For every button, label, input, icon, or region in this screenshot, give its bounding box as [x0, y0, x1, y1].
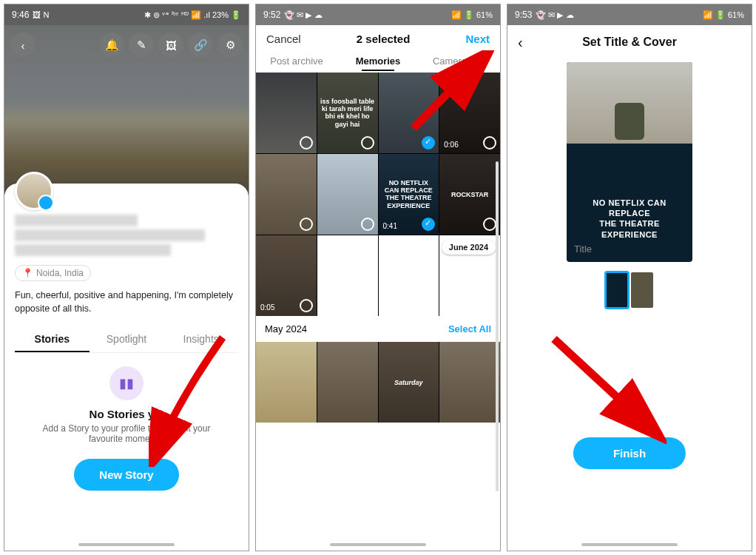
media-cell[interactable]: 0:05 [256, 235, 317, 316]
media-button[interactable]: 🖼 [158, 33, 183, 58]
selected-check-icon [422, 218, 435, 231]
tab-post-archive[interactable]: Post archive [256, 56, 337, 67]
status-time: 9:46 [12, 10, 29, 20]
cover-image-figure [615, 103, 644, 140]
status-left-icons: 🖼 N [33, 10, 49, 19]
pencil-icon: ✎ [137, 38, 146, 52]
status-bar: 9:52 👻 ✉ ▶ ☁ 📶 🔋 61% [256, 4, 500, 25]
home-indicator [78, 543, 175, 546]
tab-camera-roll[interactable]: Camera Roll [419, 56, 500, 67]
bio-text: Fun, cheerful, positive and happening, I… [15, 289, 238, 315]
media-cell-empty [379, 235, 439, 316]
phone-profile-screen: 9:46 🖼 N ✱ ⊚ ᵛᵒ ˡᵗᵉ ᴴᴰ 📶 .ıl 23% 🔋 ‹ 🔔 ✎… [4, 4, 249, 551]
tab-stories[interactable]: Stories [15, 327, 90, 352]
new-story-button[interactable]: New Story [74, 459, 178, 491]
notifications-button[interactable]: 🔔 [99, 33, 124, 58]
profile-tabs: Stories Spotlight Insights [15, 327, 238, 353]
empty-subtitle: Add a Story to your profile to highlight… [27, 423, 226, 444]
red-arrow-annotation [548, 333, 666, 448]
share-icon: 🔗 [194, 38, 208, 52]
status-right-icons: 📶 🔋 61% [451, 10, 493, 20]
month-header: May 2024 Select All [256, 316, 500, 342]
media-cell[interactable]: ROCKSTAR [439, 154, 500, 235]
share-button[interactable]: 🔗 [188, 33, 213, 58]
bell-icon: 🔔 [105, 38, 119, 52]
stories-empty-icon: ▮▮ [109, 366, 144, 400]
tab-memories[interactable]: Memories [337, 56, 419, 67]
media-cell-empty [317, 235, 378, 316]
status-left-icons: 👻 ✉ ▶ ☁ [536, 10, 573, 20]
profile-card: 📍 Noida, India Fun, cheerful, positive a… [4, 184, 249, 551]
picker-header: Cancel 2 selected Next [256, 25, 500, 53]
media-cell[interactable]: Saturday [379, 342, 439, 423]
avatar[interactable] [15, 172, 53, 210]
settings-button[interactable]: ⚙ [217, 33, 243, 58]
media-cell[interactable]: iss foosball table ki tarah meri life bh… [317, 73, 378, 153]
media-cell[interactable] [256, 73, 317, 153]
cancel-button[interactable]: Cancel [266, 33, 301, 45]
home-indicator [581, 543, 678, 546]
source-tabs: Post archive Memories Camera Roll [256, 53, 500, 73]
cover-thumb[interactable] [631, 272, 653, 308]
cover-thumbnails [606, 272, 653, 308]
title-cover-header: ‹ Set Title & Cover [507, 25, 752, 59]
back-button[interactable]: ‹ [10, 33, 36, 58]
location-text: Noida, India [36, 268, 84, 278]
phone-title-cover-screen: 9:53 👻 ✉ ▶ ☁ 📶 🔋 61% ‹ Set Title & Cover… [507, 4, 752, 551]
selected-check-icon [422, 136, 435, 149]
month-label: May 2024 [265, 323, 307, 334]
tab-insights[interactable]: Insights [163, 327, 238, 352]
home-indicator [330, 543, 426, 546]
cover-preview[interactable]: NO NETFLIX CAN REPLACE THE THEATRE EXPER… [567, 62, 692, 262]
media-cell[interactable] [317, 342, 378, 423]
back-button[interactable]: ‹ [518, 34, 523, 51]
empty-title: No Stories yet [27, 408, 226, 420]
status-left-icons: 👻 ✉ ▶ ☁ [284, 10, 322, 20]
profile-cover-image: ‹ 🔔 ✎ 🖼 🔗 ⚙ [4, 25, 249, 195]
media-cell[interactable] [256, 342, 317, 423]
status-bar: 9:53 👻 ✉ ▶ ☁ 📶 🔋 61% [507, 4, 752, 25]
media-grid-scroll[interactable]: iss foosball table ki tarah meri life bh… [256, 73, 500, 551]
media-cell-empty: June 2024 [439, 235, 500, 316]
media-cell[interactable]: NO NETFLIX CAN REPLACE THE THEATRE EXPER… [379, 154, 439, 235]
finish-button[interactable]: Finish [573, 437, 686, 469]
cover-caption: NO NETFLIX CAN REPLACE THE THEATRE EXPER… [567, 198, 692, 240]
title-input[interactable]: Title [567, 243, 599, 262]
photo-icon: 🖼 [166, 39, 177, 52]
gear-icon: ⚙ [226, 38, 235, 52]
tab-spotlight[interactable]: Spotlight [90, 327, 164, 352]
scrubber-track[interactable] [496, 161, 499, 491]
media-cell[interactable] [317, 154, 378, 235]
media-cell[interactable] [256, 154, 317, 235]
status-right-icons: ✱ ⊚ ᵛᵒ ˡᵗᵉ ᴴᴰ 📶 .ıl 23% 🔋 [144, 10, 241, 20]
location-chip[interactable]: 📍 Noida, India [15, 265, 91, 281]
date-scrubber-chip[interactable]: June 2024 [442, 240, 496, 255]
edit-button[interactable]: ✎ [129, 33, 154, 58]
location-pin-icon: 📍 [22, 268, 33, 278]
media-cell[interactable] [439, 342, 500, 423]
phone-picker-screen: 9:52 👻 ✉ ▶ ☁ 📶 🔋 61% Cancel 2 selected N… [255, 4, 501, 551]
name-area-redacted [15, 215, 238, 256]
media-cell[interactable] [379, 73, 439, 153]
status-time: 9:53 [515, 10, 532, 20]
status-time: 9:52 [263, 10, 280, 20]
media-cell[interactable]: 0:06 [439, 73, 500, 153]
cover-thumb[interactable] [606, 272, 628, 308]
status-bar: 9:46 🖼 N ✱ ⊚ ᵛᵒ ˡᵗᵉ ᴴᴰ 📶 .ıl 23% 🔋 [4, 4, 249, 25]
select-all-button[interactable]: Select All [448, 323, 491, 334]
status-right-icons: 📶 🔋 61% [703, 10, 744, 20]
next-button[interactable]: Next [465, 33, 490, 45]
selection-count-title: 2 selected [357, 33, 411, 45]
page-title: Set Title & Cover [582, 36, 677, 49]
empty-state: ▮▮ No Stories yet Add a Story to your pr… [15, 353, 238, 491]
